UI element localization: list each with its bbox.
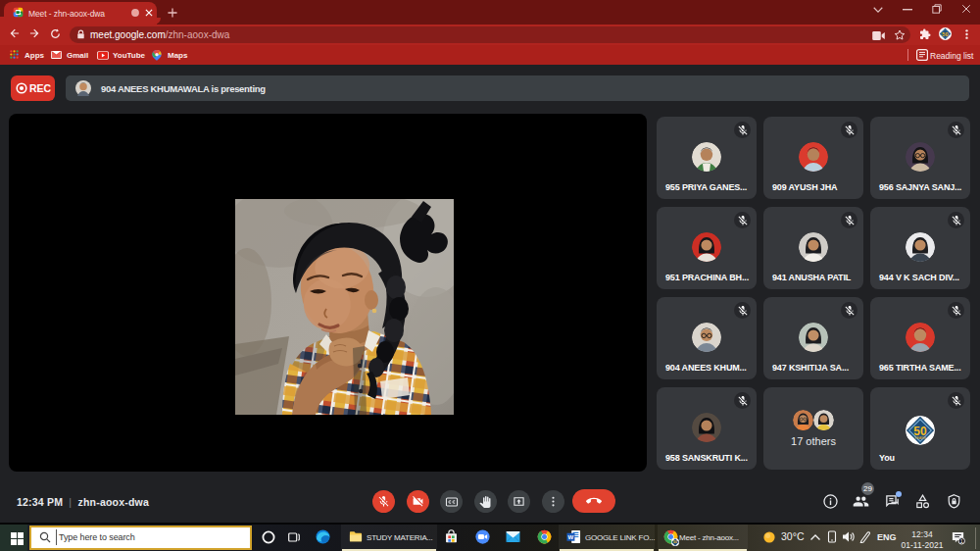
svg-text:50: 50 bbox=[673, 540, 677, 544]
svg-text:W: W bbox=[568, 533, 574, 540]
svg-text:YEARS: YEARS bbox=[914, 436, 927, 440]
svg-text:1: 1 bbox=[960, 537, 963, 543]
svg-text:50: 50 bbox=[942, 31, 948, 37]
